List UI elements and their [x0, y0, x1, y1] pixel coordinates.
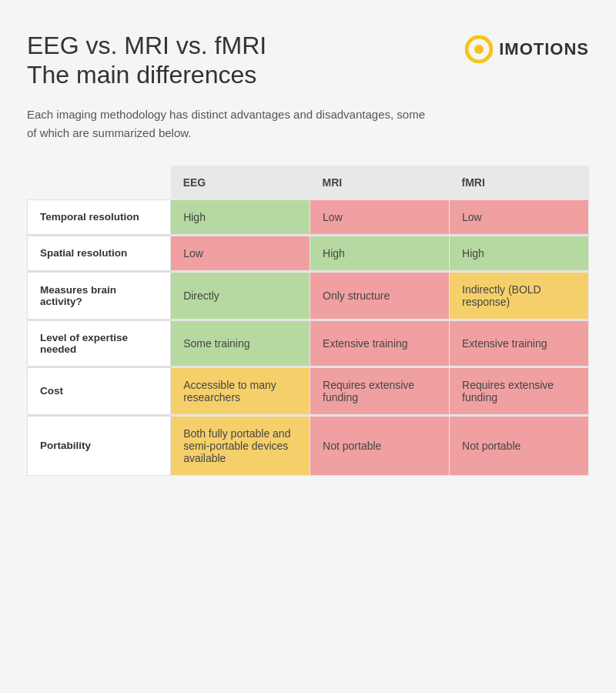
cell-eeg-1: Low — [171, 236, 310, 270]
title-block: EEG vs. MRI vs. fMRI The main difference… — [27, 31, 266, 90]
cell-eeg-2: Directly — [171, 272, 310, 319]
cell-fmri-5: Not portable — [450, 416, 589, 475]
page-title: EEG vs. MRI vs. fMRI The main difference… — [27, 31, 266, 90]
cell-eeg-5: Both fully portable and semi-portable de… — [171, 416, 310, 475]
cell-eeg-4: Accessible to many researchers — [171, 367, 310, 414]
description-text: Each imaging methodology has distinct ad… — [27, 105, 427, 142]
cell-mri-5: Not portable — [310, 416, 450, 475]
table-row: Measures brain activity?DirectlyOnly str… — [28, 272, 589, 319]
col-header-eeg: EEG — [171, 166, 310, 200]
table-row: Spatial resolutionLowHighHigh — [28, 236, 589, 270]
cell-mri-2: Only structure — [310, 272, 450, 319]
logo-text: IMOTIONS — [499, 39, 589, 59]
cell-mri-0: Low — [310, 199, 450, 234]
comparison-table: EEG MRI fMRI Temporal resolutionHighLowL… — [27, 166, 589, 476]
cell-mri-4: Requires extensive funding — [310, 367, 450, 414]
cell-fmri-3: Extensive training — [450, 320, 589, 366]
logo-block: IMOTIONS — [465, 35, 589, 63]
cell-fmri-4: Requires extensive funding — [450, 367, 589, 414]
svg-point-1 — [474, 45, 484, 54]
row-label: Cost — [28, 367, 171, 414]
cell-eeg-3: Some training — [171, 320, 310, 366]
row-label: Level of expertise needed — [28, 320, 171, 366]
row-label: Portability — [28, 416, 171, 475]
cell-eeg-0: High — [171, 199, 310, 234]
page: EEG vs. MRI vs. fMRI The main difference… — [0, 0, 616, 693]
table-row: PortabilityBoth fully portable and semi-… — [28, 416, 589, 475]
empty-header — [28, 166, 171, 200]
title-line1: EEG vs. MRI vs. fMRI — [27, 32, 266, 59]
cell-mri-1: High — [310, 236, 450, 270]
row-label: Spatial resolution — [28, 236, 171, 270]
table-row: Level of expertise neededSome trainingEx… — [28, 320, 589, 366]
title-line2: The main differences — [27, 61, 256, 89]
imotions-logo-icon — [465, 35, 493, 63]
cell-fmri-0: Low — [450, 199, 589, 234]
cell-mri-3: Extensive training — [310, 320, 450, 366]
col-header-mri: MRI — [310, 166, 450, 200]
cell-fmri-1: High — [450, 236, 589, 270]
col-header-fmri: fMRI — [450, 166, 589, 200]
table-row: CostAccessible to many researchersRequir… — [28, 367, 589, 414]
row-label: Measures brain activity? — [28, 272, 171, 319]
cell-fmri-2: Indirectly (BOLD response) — [450, 272, 589, 319]
row-label: Temporal resolution — [28, 199, 171, 234]
table-row: Temporal resolutionHighLowLow — [28, 199, 589, 234]
header-row: EEG vs. MRI vs. fMRI The main difference… — [27, 31, 589, 90]
